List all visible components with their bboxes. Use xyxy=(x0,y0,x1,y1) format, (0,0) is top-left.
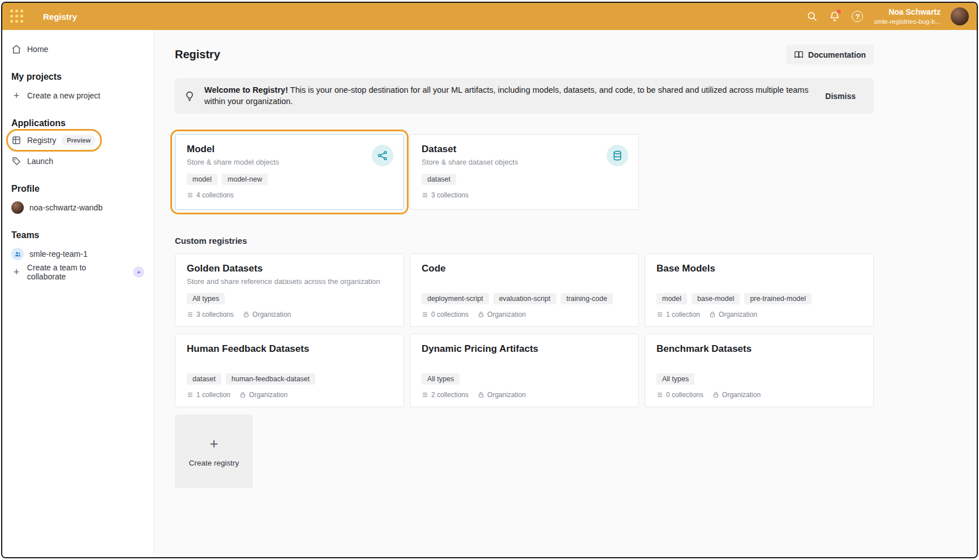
tag-pill: deployment-script xyxy=(422,293,489,304)
registry-card-title: Base Models xyxy=(656,263,862,274)
registry-card-description xyxy=(656,357,862,369)
collections-icon xyxy=(187,192,194,199)
launch-icon xyxy=(11,156,22,166)
create-registry-button[interactable]: + Create registry xyxy=(175,415,253,488)
registry-card-human-feedback-datasets[interactable]: Human Feedback Datasets dataset human-fe… xyxy=(175,334,404,407)
registry-card-model[interactable]: Model Store & share model objects model … xyxy=(175,134,404,210)
collections-count: 0 collections xyxy=(422,311,469,318)
page-title: Registry xyxy=(175,48,220,61)
tag-pill: pre-trained-model xyxy=(744,293,811,304)
collections-count: 4 collections xyxy=(187,191,234,199)
user-org: smle-registries-bug-b... xyxy=(874,18,941,25)
sidebar-heading-applications: Applications xyxy=(11,118,144,128)
sidebar-item-home[interactable]: Home xyxy=(11,40,144,58)
registry-card-description: Store & share dataset objects xyxy=(422,158,627,169)
collections-count: 3 collections xyxy=(187,311,234,318)
organization-icon xyxy=(709,311,716,318)
collections-icon xyxy=(187,391,194,398)
visibility-badge: Organization xyxy=(243,311,291,318)
registry-card-description xyxy=(187,357,392,369)
plus-icon: + xyxy=(11,266,22,278)
collections-icon xyxy=(422,391,428,398)
registry-card-benchmark-datasets[interactable]: Benchmark Datasets All types 0 collectio… xyxy=(645,334,874,407)
plus-icon: + xyxy=(209,436,218,451)
registry-card-title: Human Feedback Datasets xyxy=(187,343,392,355)
custom-registries-heading: Custom registries xyxy=(175,236,874,245)
sidebar-heading-teams: Teams xyxy=(11,230,144,240)
collections-count: 2 collections xyxy=(422,391,469,399)
collections-count: 1 collection xyxy=(187,391,230,399)
visibility-badge: Organization xyxy=(478,311,526,318)
collections-count: 3 collections xyxy=(422,191,469,199)
sidebar-item-label: Create a new project xyxy=(27,91,100,100)
registry-icon xyxy=(11,135,22,145)
sidebar-item-launch[interactable]: Launch xyxy=(11,152,144,170)
sidebar-item-team[interactable]: smle-reg-team-1 xyxy=(11,245,144,263)
plus-icon: + xyxy=(11,90,22,102)
organization-icon xyxy=(712,391,719,398)
user-avatar[interactable] xyxy=(951,7,969,25)
core-registries: Model Store & share model objects model … xyxy=(175,134,874,210)
tag-pill: All types xyxy=(422,373,460,385)
topbar: Registry ? Noa Schwartz smle-registries-… xyxy=(2,3,977,30)
upgrade-icon: ✦ xyxy=(133,266,144,278)
question-mark-glyph: ? xyxy=(852,11,863,22)
registry-card-golden-datasets[interactable]: Golden Datasets Store and share referenc… xyxy=(175,253,404,327)
tag-pill: All types xyxy=(656,373,694,385)
user-name: Noa Schwartz xyxy=(874,7,941,18)
sidebar-item-label: Home xyxy=(27,45,48,54)
collections-icon xyxy=(422,311,428,318)
collections-count: 1 collection xyxy=(656,311,700,318)
tag-pill: dataset xyxy=(422,174,456,185)
documentation-icon xyxy=(794,50,804,59)
documentation-label: Documentation xyxy=(808,50,866,59)
visibility-badge: Organization xyxy=(712,391,761,399)
sidebar: Home My projects + Create a new project … xyxy=(2,30,154,557)
registry-card-base-models[interactable]: Base Models model base-model pre-trained… xyxy=(645,253,874,327)
tag-pill: model-new xyxy=(222,174,268,185)
sidebar-item-profile[interactable]: noa-schwartz-wandb xyxy=(11,199,144,217)
help-icon[interactable]: ? xyxy=(851,10,864,23)
registry-card-code[interactable]: Code deployment-script evaluation-script… xyxy=(410,253,639,327)
tag-pill: All types xyxy=(187,293,225,304)
welcome-banner: Welcome to Registry! This is your one-st… xyxy=(175,78,874,114)
documentation-button[interactable]: Documentation xyxy=(786,45,874,64)
registry-card-title: Code xyxy=(422,263,627,274)
model-icon xyxy=(372,145,393,166)
tag-pill: dataset xyxy=(187,373,221,385)
search-icon[interactable] xyxy=(806,10,818,23)
topbar-title: Registry xyxy=(43,12,77,21)
notifications-icon[interactable] xyxy=(828,10,841,23)
sidebar-item-label: noa-schwartz-wandb xyxy=(29,203,102,212)
profile-avatar xyxy=(11,201,24,214)
visibility-badge: Organization xyxy=(239,391,287,399)
tag-pill: evaluation-script xyxy=(493,293,556,304)
collections-icon xyxy=(656,311,663,318)
wandb-logo-icon[interactable] xyxy=(9,9,25,24)
sidebar-item-label: smle-reg-team-1 xyxy=(29,249,88,259)
sidebar-item-create-project[interactable]: + Create a new project xyxy=(11,87,144,105)
registry-card-dynamic-pricing-artifacts[interactable]: Dynamic Pricing Artifacts All types 2 co… xyxy=(410,334,639,407)
user-menu[interactable]: Noa Schwartz smle-registries-bug-b... xyxy=(874,7,941,25)
visibility-badge: Organization xyxy=(709,311,757,318)
collections-icon xyxy=(422,192,428,199)
sidebar-item-create-team[interactable]: + Create a team to collaborate ✦ xyxy=(11,263,144,281)
banner-title: Welcome to Registry! xyxy=(204,85,288,94)
dismiss-button[interactable]: Dismiss xyxy=(819,88,861,104)
collections-count: 0 collections xyxy=(656,391,703,399)
tag-pill: human-feedback-dataset xyxy=(226,373,315,385)
registry-card-description xyxy=(422,277,627,288)
registry-card-dataset[interactable]: Dataset Store & share dataset objects da… xyxy=(410,134,639,210)
banner-body: This is your one-stop destination for al… xyxy=(204,85,809,106)
sidebar-heading-my-projects: My projects xyxy=(11,72,144,82)
registry-card-title: Dynamic Pricing Artifacts xyxy=(422,343,627,355)
registry-card-title: Benchmark Datasets xyxy=(656,343,862,355)
sidebar-item-label: Create a team to collaborate xyxy=(27,263,126,281)
sidebar-item-registry[interactable]: Registry Preview xyxy=(11,133,97,148)
team-icon xyxy=(11,248,24,260)
collections-icon xyxy=(187,311,194,318)
registry-card-description xyxy=(656,277,862,288)
dataset-icon xyxy=(607,145,628,166)
tag-pill: base-model xyxy=(692,293,740,304)
tag-pill: training-code xyxy=(561,293,613,304)
